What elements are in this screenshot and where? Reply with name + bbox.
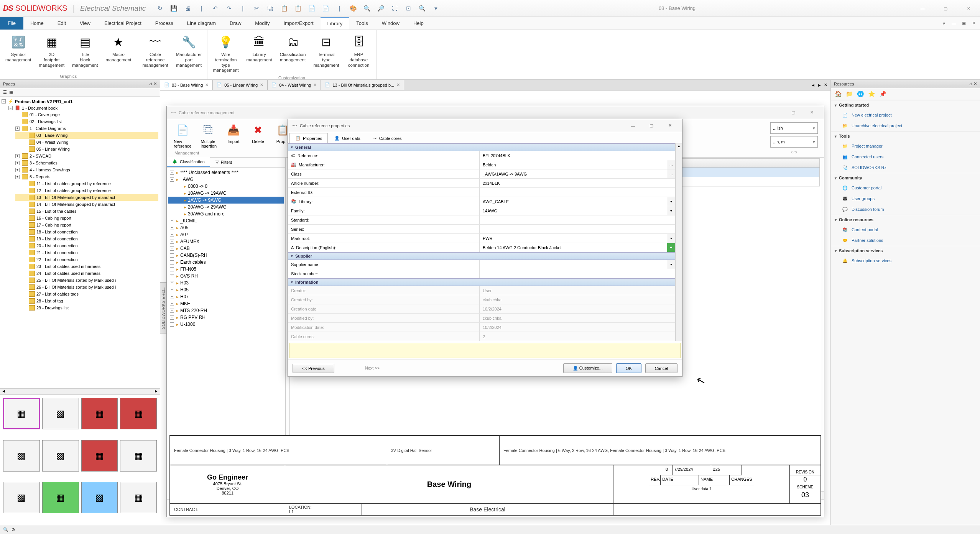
expand-icon[interactable]: +	[170, 322, 174, 327]
menu-tools[interactable]: Tools	[349, 17, 375, 30]
res-link-discussion-forum[interactable]: 💬Discussion forum	[831, 204, 980, 215]
thumbnail[interactable]: ▩	[3, 440, 40, 472]
tree-item[interactable]: 12 - List of cables grouped by reference	[15, 187, 158, 194]
res-home-icon[interactable]: 🏠	[835, 90, 842, 97]
tree-item[interactable]: 24 - List of cables used in harness	[15, 270, 158, 277]
ribbon-classification-management[interactable]: 🗂Classificationmanagement	[277, 31, 309, 75]
tree-item[interactable]: + 5 - Reports	[15, 173, 158, 180]
pages-view-thumb-icon[interactable]: ▦	[9, 90, 13, 95]
ribbon-macro-management[interactable]: ★Macromanagement	[102, 31, 134, 73]
project-tree[interactable]: −⚡ Proteus Motion V2 PR1_out1−📕 1 - Docu…	[0, 97, 160, 388]
field-article-number[interactable]: Article number:2x14BLK	[288, 179, 675, 188]
res-link-new-electrical-project[interactable]: 📄New electrical project	[831, 110, 980, 120]
close-button[interactable]: ✕	[957, 0, 980, 17]
menu-electrical-project[interactable]: Electrical Project	[97, 17, 148, 30]
tree-item[interactable]: 01 - Cover page	[15, 111, 158, 118]
field-supplier-name[interactable]: Supplier name:▾	[288, 260, 675, 269]
description-add-button[interactable]: +	[667, 243, 675, 252]
expand-icon[interactable]: +	[15, 168, 20, 172]
thumbnail[interactable]: ▦	[81, 440, 118, 472]
tree-item[interactable]: 15 - List of the cables	[15, 208, 158, 215]
res-section-online-resources[interactable]: Online resources	[831, 215, 980, 224]
qat-refresh-icon[interactable]: ↻	[155, 3, 165, 13]
section-information[interactable]: Information	[288, 278, 675, 286]
menu-modify[interactable]: Modify	[248, 17, 276, 30]
qat-zoom-icon[interactable]: 🔍	[417, 3, 427, 13]
props-close-icon[interactable]: ✕	[662, 123, 677, 128]
mgr-tree-item[interactable]: +▸ A05	[168, 224, 284, 231]
expand-icon[interactable]: +	[170, 295, 174, 299]
ribbon-library-management[interactable]: 🏛Librarymanagement	[243, 31, 275, 75]
qat-paste2-icon[interactable]: 📋	[293, 3, 303, 13]
thumbnail[interactable]: ▦	[81, 398, 118, 429]
doc-tab[interactable]: 📄04 - Waist Wiring✕	[268, 80, 321, 90]
field-reference[interactable]: 🏷Reference:BEL20744BLK	[288, 151, 675, 160]
menu-home[interactable]: Home	[23, 17, 51, 30]
expand-icon[interactable]: +	[170, 288, 174, 292]
tree-item[interactable]: 16 - Cabling report	[15, 215, 158, 222]
mgr-tree-item[interactable]: +▸ CANB(S)-RH	[168, 252, 284, 259]
qat-doc-icon[interactable]: 📄	[307, 3, 317, 13]
expand-icon[interactable]: +	[170, 260, 174, 265]
thumbnail[interactable]: ▩	[3, 482, 40, 513]
field-series[interactable]: Series:	[288, 225, 675, 234]
mgr-language-combo[interactable]: ...lish	[770, 122, 818, 134]
thumbnail[interactable]: ▩	[42, 440, 79, 472]
res-section-community[interactable]: Community	[831, 173, 980, 182]
res-close-icon[interactable]: ✕	[973, 81, 977, 86]
library-dropdown-button[interactable]: ▾	[667, 197, 675, 206]
props-minimize-icon[interactable]: —	[625, 123, 641, 128]
qat-save-icon[interactable]: 💾	[169, 3, 179, 13]
minimize-button[interactable]: —	[911, 0, 934, 17]
ribbon-terminal-type-management[interactable]: ⊟Terminaltypemanagement	[310, 31, 342, 75]
mgr-tree-item[interactable]: ▸ 1AWG -> 9AWG	[168, 197, 284, 204]
mgr-unit-combo[interactable]: ...n, m	[770, 136, 818, 148]
res-link-connected-users[interactable]: 👥Connected users	[831, 151, 980, 162]
tree-item[interactable]: + 2 - SWCAD	[15, 153, 158, 159]
doc-tab[interactable]: 📄05 - Linear Wiring✕	[213, 80, 268, 90]
drawing-canvas[interactable]: SOLIDWORKS Elect... 〰 Cable reference ma…	[160, 90, 830, 525]
tree-item[interactable]: 04 - Waist Wiring	[15, 139, 158, 146]
cancel-button[interactable]: Cancel	[645, 363, 677, 373]
expand-icon[interactable]: +	[170, 253, 174, 258]
field-standard[interactable]: Standard:	[288, 215, 675, 225]
tree-item[interactable]: 25 - Bill Of Materials sorted by Mark us…	[15, 277, 158, 284]
tree-item[interactable]: 14 - Bill Of Materials grouped by manufa…	[15, 201, 158, 208]
tree-item[interactable]: 28 - List of tag	[15, 297, 158, 304]
previous-button[interactable]: << Previous	[293, 364, 334, 373]
expand-icon[interactable]: +	[15, 161, 20, 165]
qat-dropdown-icon[interactable]: ▾	[431, 3, 441, 13]
mdi-restore-icon[interactable]: ▣	[960, 19, 968, 27]
page-thumbnails[interactable]: ▦ ▩ ▦ ▦ ▩ ▩ ▦ ▦ ▩ ▦ ▩ ▦	[0, 394, 160, 525]
res-folder-icon[interactable]: 📁	[846, 90, 853, 97]
menu-file[interactable]: File	[0, 17, 23, 30]
tab-classification[interactable]: 🌲Classification	[167, 157, 210, 167]
mgr-tree-item[interactable]: +▸ AFUMEX	[168, 238, 284, 245]
props-maximize-icon[interactable]: ▢	[644, 123, 659, 128]
qat-undo-icon[interactable]: ↶	[210, 3, 220, 13]
res-section-getting-started[interactable]: Getting started	[831, 100, 980, 110]
tab-close-icon[interactable]: ✕	[260, 82, 263, 87]
expand-icon[interactable]: +	[170, 226, 174, 230]
qat-zoom-in-icon[interactable]: 🔎	[376, 3, 386, 13]
menu-window[interactable]: Window	[375, 17, 406, 30]
tree-item[interactable]: 23 - List of cables used in harness	[15, 263, 158, 270]
field-stock-number[interactable]: Stock number:	[288, 269, 675, 278]
mfg-browse-button[interactable]: …	[667, 160, 675, 169]
mgr-tree-item[interactable]: +▸ H07	[168, 293, 284, 300]
mgr-tree-item[interactable]: +▸ H05	[168, 286, 284, 293]
qat-search-icon[interactable]: 🔍	[362, 3, 372, 13]
ok-button[interactable]: OK	[616, 363, 641, 373]
menu-line-diagram[interactable]: Line diagram	[180, 17, 223, 30]
res-star-icon[interactable]: ⭐	[868, 90, 875, 97]
tree-item[interactable]: 17 - Cabling report	[15, 222, 158, 228]
pages-view-list-icon[interactable]: ☰	[3, 90, 7, 95]
qat-cut-icon[interactable]: ✂	[252, 3, 261, 13]
field-external-id[interactable]: External ID:	[288, 188, 675, 197]
tree-item[interactable]: 20 - List of connection	[15, 242, 158, 249]
res-link-user-groups[interactable]: 👪User groups	[831, 193, 980, 204]
expand-icon[interactable]: +	[170, 274, 174, 278]
thumbnail-03[interactable]: ▦	[3, 398, 40, 429]
tree-item[interactable]: + 4 - Harness Drawings	[15, 166, 158, 173]
thumbnail[interactable]: ▦	[120, 398, 157, 429]
